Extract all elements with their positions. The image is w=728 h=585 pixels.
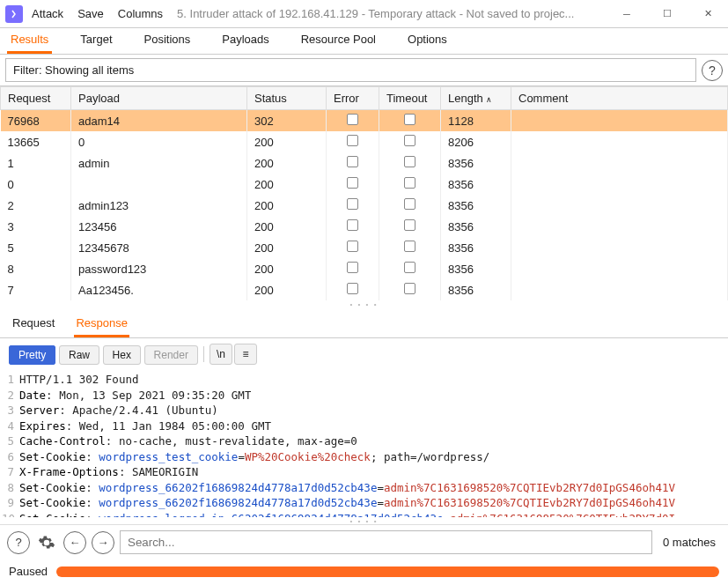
checkbox	[404, 198, 415, 210]
splitter-handle-2[interactable]: • • • •	[0, 517, 728, 524]
close-button[interactable]: ✕	[688, 0, 728, 28]
view-raw[interactable]: Raw	[59, 345, 99, 365]
help-icon[interactable]: ?	[7, 531, 30, 554]
match-count: 0 matches	[658, 536, 721, 549]
checkbox	[347, 283, 358, 294]
tab-results[interactable]: Results	[7, 27, 52, 54]
checkbox	[404, 219, 415, 231]
table-row[interactable]: 31234562008356	[1, 216, 728, 237]
tab-options[interactable]: Options	[404, 27, 451, 54]
main-menu: Attack Save Columns	[32, 7, 163, 20]
menu-columns[interactable]: Columns	[118, 7, 163, 20]
main-tabs: ResultsTargetPositionsPayloadsResource P…	[0, 28, 728, 55]
view-mode-bar: Pretty Raw Hex Render \n ≡	[0, 338, 728, 370]
menu-attack[interactable]: Attack	[32, 7, 63, 20]
checkbox	[404, 114, 415, 125]
column-header-payload[interactable]: Payload	[71, 87, 247, 110]
tab-target[interactable]: Target	[77, 27, 115, 54]
checkbox	[347, 262, 358, 273]
detail-tab-response[interactable]: Response	[74, 313, 129, 337]
filter-input[interactable]: Filter: Showing all items	[5, 58, 696, 82]
column-header-timeout[interactable]: Timeout	[379, 87, 441, 110]
checkbox	[347, 177, 358, 189]
title-bar: Attack Save Columns 5. Intruder attack o…	[0, 0, 728, 28]
table-row[interactable]: 8password1232008356	[1, 258, 728, 279]
view-render[interactable]: Render	[144, 345, 198, 365]
column-header-status[interactable]: Status	[247, 87, 327, 110]
splitter-handle[interactable]: • • • •	[0, 300, 728, 307]
status-bar: Paused	[0, 559, 728, 585]
tab-payloads[interactable]: Payloads	[218, 27, 272, 54]
checkbox	[347, 135, 358, 146]
column-header-request[interactable]: Request	[1, 87, 71, 110]
column-header-comment[interactable]: Comment	[511, 87, 728, 110]
table-row[interactable]: 02008356	[1, 174, 728, 195]
window-controls: ─ ☐ ✕	[607, 0, 728, 28]
tab-positions[interactable]: Positions	[141, 27, 195, 54]
detail-tab-request[interactable]: Request	[11, 313, 56, 337]
help-icon[interactable]: ?	[702, 60, 723, 81]
status-label: Paused	[9, 565, 48, 578]
maximize-button[interactable]: ☐	[647, 0, 688, 28]
menu-save[interactable]: Save	[77, 7, 104, 20]
view-hex[interactable]: Hex	[103, 345, 141, 365]
search-input[interactable]	[120, 530, 652, 554]
options-icon[interactable]: ≡	[234, 344, 257, 365]
results-table: RequestPayloadStatusErrorTimeoutLength∧C…	[0, 86, 728, 300]
divider	[203, 346, 204, 362]
detail-tabs: RequestResponse	[0, 307, 728, 338]
bottom-toolbar: ? ← → 0 matches	[0, 524, 728, 559]
checkbox	[347, 114, 358, 125]
checkbox	[404, 262, 415, 273]
table-row[interactable]: 7Aa123456.2008356	[1, 279, 728, 300]
table-row[interactable]: 1366502008206	[1, 131, 728, 152]
column-header-error[interactable]: Error	[327, 87, 379, 110]
checkbox	[347, 198, 358, 210]
app-icon	[5, 5, 23, 23]
window-title: 5. Intruder attack of 192.168.41.129 - T…	[177, 7, 607, 20]
gear-icon[interactable]	[35, 531, 58, 554]
table-row[interactable]: 2admin1232008356	[1, 195, 728, 216]
checkbox	[347, 219, 358, 231]
checkbox	[404, 135, 415, 146]
view-pretty[interactable]: Pretty	[9, 345, 55, 365]
column-header-length[interactable]: Length∧	[441, 87, 511, 110]
checkbox	[347, 156, 358, 167]
minimize-button[interactable]: ─	[607, 0, 647, 28]
checkbox	[404, 283, 415, 294]
tab-resource-pool[interactable]: Resource Pool	[298, 27, 379, 54]
table-row[interactable]: 1admin2008356	[1, 152, 728, 174]
prev-match-button[interactable]: ←	[63, 531, 86, 554]
results-table-container: RequestPayloadStatusErrorTimeoutLength∧C…	[0, 86, 728, 300]
progress-bar	[56, 566, 719, 577]
response-body[interactable]: 1HTTP/1.1 302 Found2Date: Mon, 13 Sep 20…	[0, 370, 728, 517]
table-row[interactable]: 76968adam143021128	[1, 110, 728, 132]
next-match-button[interactable]: →	[92, 531, 114, 554]
checkbox	[347, 241, 358, 252]
newline-toggle[interactable]: \n	[210, 344, 232, 365]
checkbox	[404, 177, 415, 189]
filter-row: Filter: Showing all items ?	[0, 55, 728, 86]
table-row[interactable]: 5123456782008356	[1, 237, 728, 258]
checkbox	[404, 156, 415, 167]
checkbox	[404, 241, 415, 252]
